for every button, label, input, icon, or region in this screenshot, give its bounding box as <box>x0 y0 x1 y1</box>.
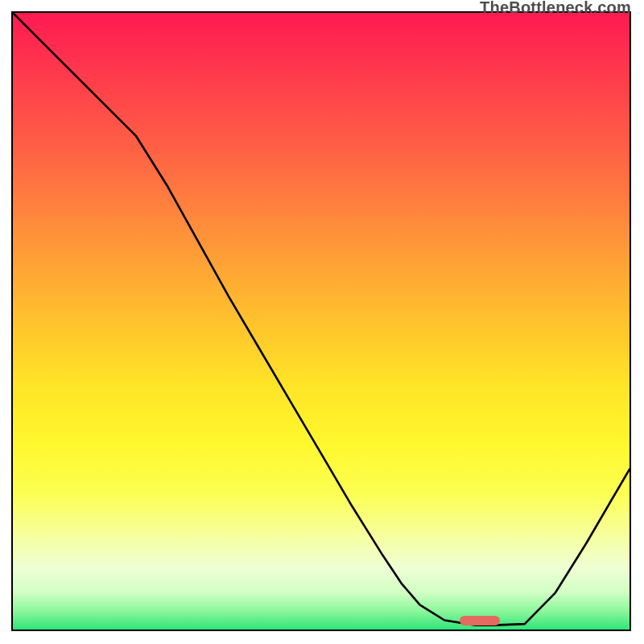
bottleneck-curve <box>13 13 630 625</box>
optimal-marker <box>460 616 500 625</box>
curve-layer <box>13 13 630 630</box>
plot-area <box>13 13 630 630</box>
watermark-text: TheBottleneck.com <box>480 0 631 17</box>
plot-frame <box>11 11 631 631</box>
